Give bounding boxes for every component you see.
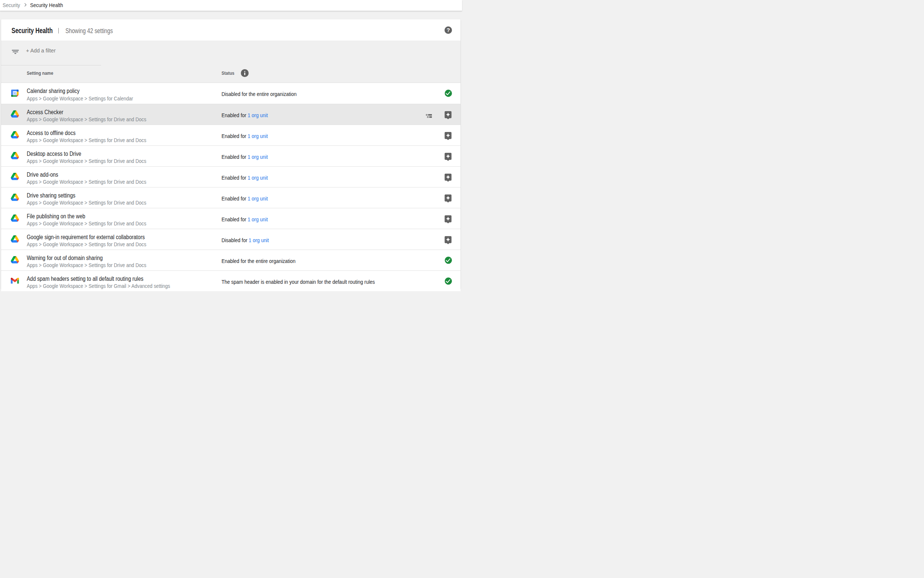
svg-text:31: 31 [13, 91, 17, 95]
